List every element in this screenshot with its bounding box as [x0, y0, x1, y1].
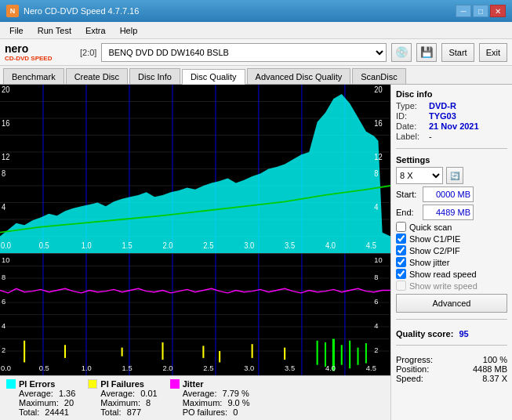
- id-label: ID:: [396, 111, 426, 121]
- pi-errors-color: [6, 379, 16, 389]
- svg-text:12: 12: [374, 152, 383, 161]
- disc-info-header: Disc info: [396, 89, 507, 99]
- tab-advanced-disc-quality[interactable]: Advanced Disc Quality: [247, 68, 351, 84]
- minimize-button[interactable]: ─: [456, 5, 471, 17]
- legend-pi-failures: PI Failures Average: 0.01 Maximum: 8 Tot…: [88, 379, 157, 417]
- menu-run-test[interactable]: Run Test: [31, 24, 78, 37]
- quality-value: 95: [459, 329, 468, 339]
- jitter-avg-label: Average:: [183, 389, 217, 398]
- drive-selector[interactable]: BENQ DVD DD DW1640 BSLB: [101, 43, 387, 62]
- jitter-label: Jitter: [183, 379, 204, 389]
- svg-text:3.5: 3.5: [285, 241, 295, 250]
- svg-text:2.0: 2.0: [163, 364, 173, 372]
- title-bar: N Nero CD-DVD Speed 4.7.7.16 ─ □ ✕: [0, 0, 512, 22]
- jitter-avg-value: 7.79 %: [223, 389, 249, 398]
- pi-failures-total-label: Total:: [100, 407, 121, 417]
- type-value: DVD-R: [429, 101, 456, 110]
- show-c2pif-checkbox[interactable]: [396, 245, 406, 255]
- svg-text:4.5: 4.5: [366, 241, 376, 250]
- svg-text:2.0: 2.0: [163, 241, 173, 250]
- show-write-speed-label: Show write speed: [409, 281, 478, 291]
- show-read-speed-checkbox[interactable]: [396, 269, 406, 279]
- svg-text:8: 8: [374, 273, 378, 281]
- speed-value: 8.37 X: [482, 374, 507, 383]
- svg-text:1.0: 1.0: [82, 241, 92, 250]
- end-label: End:: [396, 208, 419, 217]
- svg-text:12: 12: [2, 152, 10, 161]
- disc-icon-button[interactable]: 💿: [391, 43, 412, 62]
- label-value: -: [429, 132, 432, 141]
- exit-button[interactable]: Exit: [479, 43, 507, 62]
- svg-text:1.5: 1.5: [122, 241, 133, 250]
- divider-3: [396, 345, 507, 346]
- save-icon-button[interactable]: 💾: [416, 43, 437, 62]
- divider-2: [396, 319, 507, 320]
- show-jitter-checkbox[interactable]: [396, 257, 406, 267]
- svg-text:6: 6: [374, 297, 378, 306]
- tab-create-disc[interactable]: Create Disc: [66, 68, 128, 84]
- app-logo: nero CD-DVD SPEED: [5, 42, 75, 62]
- tab-disc-quality[interactable]: Disc Quality: [182, 69, 245, 85]
- svg-text:1.0: 1.0: [82, 364, 92, 372]
- divider-1: [396, 148, 507, 149]
- svg-text:0.0: 0.0: [1, 241, 11, 250]
- menu-help[interactable]: Help: [114, 24, 144, 37]
- start-button[interactable]: Start: [441, 43, 474, 62]
- settings-header: Settings: [396, 155, 507, 165]
- svg-text:1.5: 1.5: [122, 364, 133, 372]
- start-input[interactable]: [423, 186, 474, 202]
- show-c1pie-label: Show C1/PIE: [409, 234, 460, 244]
- legend-pi-errors: PI Errors Average: 1.36 Maximum: 20 Tota…: [6, 379, 75, 417]
- svg-text:0.5: 0.5: [39, 241, 49, 250]
- svg-text:2: 2: [374, 346, 378, 354]
- svg-text:10: 10: [2, 255, 9, 264]
- end-input[interactable]: [423, 205, 474, 220]
- svg-text:3.5: 3.5: [285, 364, 295, 372]
- refresh-button[interactable]: 🔄: [446, 167, 463, 184]
- tab-scandisc[interactable]: ScanDisc: [352, 68, 405, 84]
- legend-jitter: Jitter Average: 7.79 % Maximum: 9.0 % PO…: [170, 379, 250, 417]
- show-jitter-label: Show jitter: [409, 258, 449, 267]
- drive-label: [2:0]: [80, 48, 96, 57]
- menu-file[interactable]: File: [3, 24, 30, 37]
- quality-label: Quality score:: [396, 329, 453, 339]
- svg-text:16: 16: [374, 118, 383, 128]
- advanced-button[interactable]: Advanced: [396, 294, 507, 313]
- svg-text:4: 4: [2, 202, 6, 212]
- pi-errors-total-value: 24441: [45, 407, 69, 417]
- label-label: Label:: [396, 132, 426, 141]
- jitter-max-label: Maximum:: [183, 398, 223, 407]
- maximize-button[interactable]: □: [473, 5, 488, 17]
- speed-label: Speed:: [396, 374, 423, 383]
- svg-text:2: 2: [2, 346, 5, 354]
- date-value: 21 Nov 2021: [429, 121, 479, 131]
- svg-text:8: 8: [2, 168, 6, 178]
- show-read-speed-label: Show read speed: [409, 270, 477, 279]
- svg-text:20: 20: [374, 85, 383, 94]
- jitter-color: [170, 379, 180, 389]
- show-write-speed-checkbox[interactable]: [396, 281, 406, 291]
- pi-failures-label: PI Failures: [100, 379, 144, 389]
- position-value: 4488 MB: [473, 364, 507, 374]
- chart-area: 20 16 12 8 4 20 16 12 8 4 0.0 0.5 1.0 1.…: [0, 85, 390, 420]
- svg-text:8: 8: [374, 168, 379, 178]
- svg-text:0.0: 0.0: [1, 364, 11, 372]
- window-controls[interactable]: ─ □ ✕: [456, 5, 506, 17]
- menu-extra[interactable]: Extra: [79, 24, 112, 37]
- tab-disc-info[interactable]: Disc Info: [129, 68, 180, 84]
- progress-section: Progress: 100 % Position: 4488 MB Speed:…: [396, 355, 507, 383]
- show-c1pie-checkbox[interactable]: [396, 234, 406, 244]
- pi-failures-color: [88, 379, 97, 389]
- disc-info-section: Disc info Type: DVD-R ID: TYG03 Date: 21…: [396, 89, 507, 142]
- close-button[interactable]: ✕: [490, 5, 506, 17]
- svg-text:4.0: 4.0: [325, 241, 336, 250]
- svg-text:16: 16: [2, 118, 10, 128]
- svg-text:4: 4: [2, 321, 6, 330]
- svg-text:0.5: 0.5: [39, 364, 49, 372]
- pi-errors-total-label: Total:: [19, 407, 39, 417]
- pi-failures-total-value: 877: [127, 407, 141, 417]
- tab-benchmark[interactable]: Benchmark: [3, 68, 64, 84]
- speed-selector[interactable]: 8 X: [396, 167, 443, 184]
- quick-scan-checkbox[interactable]: [396, 222, 406, 232]
- upper-chart: 20 16 12 8 4 20 16 12 8 4 0.0 0.5 1.0 1.…: [0, 85, 390, 254]
